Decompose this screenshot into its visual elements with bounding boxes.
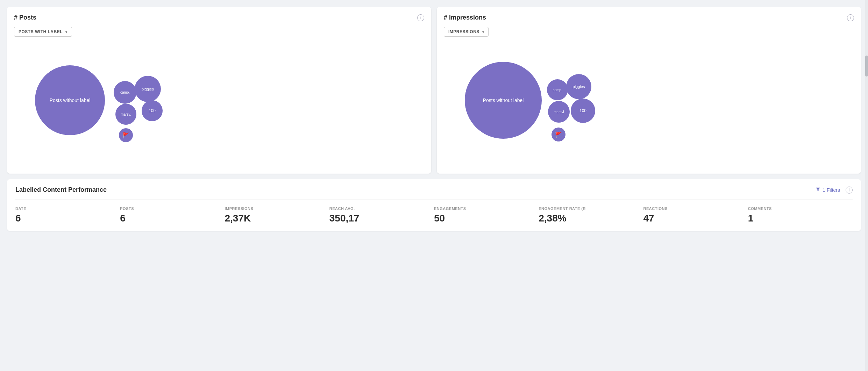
impressions-info-icon[interactable]: i — [847, 14, 854, 21]
posts-bubble-large[interactable]: Posts without label — [35, 65, 105, 135]
imp-bubble-large-label: Posts without label — [483, 97, 524, 103]
stat-date: DATE 6 — [15, 206, 120, 224]
posts-bubble-flag-label: 🚩 — [122, 132, 129, 139]
stat-posts-label: POSTS — [120, 206, 225, 211]
stat-reach-value: 350,17 — [329, 213, 434, 224]
impressions-panel: # Impressions i IMPRESSIONS ▾ Posts with… — [437, 7, 861, 174]
posts-bubble-piggies[interactable]: piggies — [135, 76, 161, 102]
imp-bubble-100-label: 100 — [579, 108, 586, 113]
posts-bubble-camp-label: camp. — [120, 90, 130, 94]
imp-bubble-flag[interactable]: 🚩 — [552, 128, 565, 141]
imp-bubble-camp[interactable]: camp. — [547, 79, 568, 100]
posts-bubble-piggies-label: piggies — [142, 87, 154, 91]
posts-info-icon[interactable]: i — [417, 14, 424, 21]
imp-bubble-marsv-label: marsvi — [554, 110, 564, 114]
stat-impressions-label: IMPRESSIONS — [225, 206, 329, 211]
main-content: # Posts i POSTS WITH LABEL ▾ Posts witho… — [0, 0, 868, 238]
posts-panel-title: # Posts — [14, 14, 36, 21]
posts-dropdown-arrow: ▾ — [65, 30, 67, 34]
stat-comments-label: COMMENTS — [748, 206, 853, 211]
impressions-panel-title: # Impressions — [444, 14, 486, 21]
filter-icon — [816, 187, 820, 193]
impressions-bubble-chart: Posts without label camp. piggies marsvi… — [444, 41, 854, 167]
posts-bubble-chart: Posts without label camp. piggies marsv.… — [14, 41, 424, 167]
posts-panel-header: # Posts i — [14, 14, 424, 21]
top-panels: # Posts i POSTS WITH LABEL ▾ Posts witho… — [7, 7, 861, 174]
posts-panel: # Posts i POSTS WITH LABEL ▾ Posts witho… — [7, 7, 431, 174]
stat-impressions-value: 2,37K — [225, 213, 329, 224]
posts-bubble-large-label: Posts without label — [50, 97, 91, 103]
filter-label: 1 Filters — [823, 187, 840, 193]
stat-comments-value: 1 — [748, 213, 853, 224]
scrollbar-thumb[interactable] — [865, 56, 868, 77]
stat-reactions-label: REACTIONS — [643, 206, 748, 211]
posts-bubble-marsv-label: marsv. — [121, 112, 131, 116]
filter-area: 1 Filters i — [816, 187, 853, 194]
imp-bubble-flag-label: 🚩 — [555, 131, 562, 138]
bottom-panel-header: Labelled Content Performance 1 Filters i — [15, 186, 853, 199]
impressions-panel-header: # Impressions i — [444, 14, 854, 21]
posts-bubble-flag[interactable]: 🚩 — [119, 128, 133, 142]
posts-bubble-camp[interactable]: camp. — [114, 81, 136, 104]
imp-bubble-marsv[interactable]: marsvi — [548, 101, 570, 123]
bottom-panel-title: Labelled Content Performance — [15, 186, 107, 194]
stat-impressions: IMPRESSIONS 2,37K — [225, 206, 329, 224]
stat-comments: COMMENTS 1 — [748, 206, 853, 224]
stat-reactions-value: 47 — [643, 213, 748, 224]
posts-bubble-marsv[interactable]: marsv. — [115, 104, 136, 125]
stat-reach-label: REACH AVG. — [329, 206, 434, 211]
stat-engagement-rate-value: 2,38% — [539, 213, 643, 224]
impressions-dropdown-label: IMPRESSIONS — [448, 29, 479, 34]
stat-engagements-value: 50 — [434, 213, 539, 224]
posts-bubble-100[interactable]: 100 — [142, 100, 163, 121]
imp-bubble-piggies[interactable]: piggies — [566, 74, 591, 99]
stat-reach: REACH AVG. 350,17 — [329, 206, 434, 224]
posts-with-label-dropdown[interactable]: POSTS WITH LABEL ▾ — [14, 27, 72, 37]
stat-engagement-rate-label: ENGAGEMENT RATE (R — [539, 206, 643, 211]
scrollbar-track — [865, 0, 868, 238]
bottom-info-icon[interactable]: i — [846, 187, 853, 194]
impressions-dropdown[interactable]: IMPRESSIONS ▾ — [444, 27, 489, 37]
stat-engagement-rate: ENGAGEMENT RATE (R 2,38% — [539, 206, 643, 224]
stat-date-label: DATE — [15, 206, 120, 211]
stat-engagements-label: ENGAGEMENTS — [434, 206, 539, 211]
posts-bubble-100-label: 100 — [149, 108, 156, 113]
imp-bubble-piggies-label: piggies — [573, 85, 585, 89]
imp-bubble-100[interactable]: 100 — [571, 99, 595, 123]
stat-date-value: 6 — [15, 213, 120, 224]
stat-posts-value: 6 — [120, 213, 225, 224]
stat-engagements: ENGAGEMENTS 50 — [434, 206, 539, 224]
bottom-panel: Labelled Content Performance 1 Filters i… — [7, 179, 861, 231]
stats-row: DATE 6 POSTS 6 IMPRESSIONS 2,37K REACH A… — [15, 206, 853, 224]
imp-bubble-large[interactable]: Posts without label — [465, 62, 542, 139]
stat-posts: POSTS 6 — [120, 206, 225, 224]
impressions-dropdown-arrow: ▾ — [482, 30, 484, 34]
filter-button[interactable]: 1 Filters — [816, 187, 840, 193]
imp-bubble-camp-label: camp. — [553, 88, 562, 92]
stat-reactions: REACTIONS 47 — [643, 206, 748, 224]
posts-dropdown-label: POSTS WITH LABEL — [19, 29, 63, 34]
